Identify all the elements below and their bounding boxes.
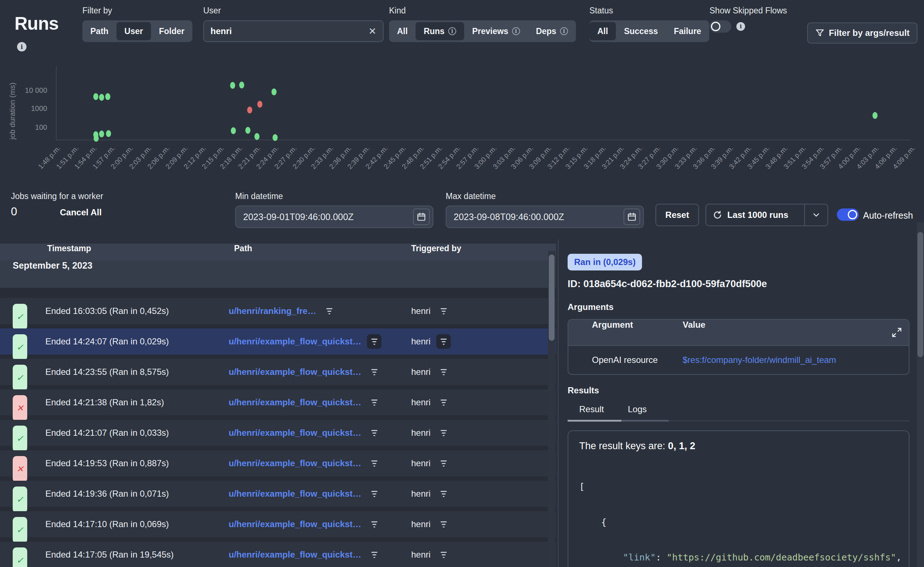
run-path-link[interactable]: u/henri/example_flow_quickst…: [229, 367, 361, 377]
run-timestamp: Ended 14:21:07 (Ran in 0,033s): [45, 420, 169, 446]
run-triggered-by: henri: [411, 550, 430, 560]
filter-by-path-icon[interactable]: [322, 304, 336, 318]
chart-x-axis-line: [56, 140, 911, 140]
arguments-table-header: Argument Value: [568, 320, 909, 346]
run-timestamp: Ended 14:19:53 (Ran in 0,887s): [45, 450, 169, 476]
chart-dot-success[interactable]: [272, 134, 278, 141]
chart-dot-success[interactable]: [271, 88, 277, 95]
chart-dot-failure[interactable]: [257, 101, 262, 108]
run-id: ID: 018a654c-d062-fbb2-d100-59fa70df500e: [567, 278, 767, 290]
filter-by-path-icon[interactable]: [367, 517, 381, 531]
run-status-icon: ✓: [13, 426, 27, 452]
run-status-icon: ✕: [13, 456, 27, 482]
run-path-link[interactable]: u/henri/example_flow_quickst…: [229, 458, 361, 468]
filter-by-path-icon[interactable]: [367, 395, 381, 410]
table-row[interactable]: ✓ Ended 14:24:07 (Ran in 0,029s) u/henri…: [0, 328, 556, 354]
column-path: Path: [234, 244, 252, 254]
expand-icon[interactable]: [891, 327, 902, 338]
column-timestamp: Timestamp: [47, 244, 91, 254]
table-row[interactable]: ✓ Ended 14:21:07 (Ran in 0,033s) u/henri…: [0, 420, 556, 446]
arguments-table: Argument Value OpenAI resource $res:f/co…: [567, 319, 909, 375]
table-row[interactable]: ✕ Ended 14:19:53 (Ran in 0,887s) u/henri…: [0, 450, 556, 476]
chart-dot-success[interactable]: [239, 82, 244, 88]
table-row[interactable]: ✓ Ended 14:23:55 (Ran in 8,575s) u/henri…: [0, 359, 556, 385]
run-triggered-by: henri: [411, 336, 430, 346]
result-viewer: The result keys are: 0, 1, 2 [ { "link":…: [567, 430, 909, 567]
run-path-link[interactable]: u/henri/example_flow_quickst…: [229, 398, 361, 408]
chart-dot-success[interactable]: [231, 127, 236, 134]
max-datetime-calendar-icon[interactable]: [623, 208, 640, 225]
table-row[interactable]: ✓ Ended 14:17:05 (Ran in 19,545s) u/henr…: [0, 542, 556, 567]
filter-by-path-icon[interactable]: [367, 486, 381, 501]
last-runs-dropdown-button[interactable]: [805, 204, 828, 225]
reset-button[interactable]: Reset: [655, 204, 699, 226]
tab-result-indicator: [567, 420, 622, 422]
run-path-link[interactable]: u/henri/example_flow_quickst…: [229, 489, 361, 499]
filter-by-user-icon[interactable]: [436, 395, 451, 410]
jobs-waiting-label: Jobs waiting for a worker: [11, 191, 103, 201]
tab-logs-indicator: [622, 420, 668, 422]
chart-dot-success[interactable]: [245, 127, 250, 134]
tab-result[interactable]: Result: [579, 404, 604, 414]
filter-by-user-icon[interactable]: [436, 517, 451, 531]
filter-by-path-icon[interactable]: [367, 548, 381, 562]
cancel-all-button[interactable]: Cancel All: [60, 207, 102, 218]
chart-dot-failure[interactable]: [247, 106, 252, 114]
chart-dot-success[interactable]: [93, 93, 98, 100]
run-status-icon: ✓: [13, 304, 27, 330]
run-path-link[interactable]: u/henri/example_flow_quickst…: [229, 428, 361, 438]
max-datetime-input[interactable]: [454, 212, 623, 222]
filter-by-user-icon[interactable]: [436, 456, 451, 471]
chart-dot-success[interactable]: [105, 93, 110, 100]
chart-dot-success[interactable]: [99, 130, 104, 137]
tab-logs[interactable]: Logs: [628, 404, 647, 414]
filter-by-path-icon[interactable]: [367, 426, 381, 440]
table-header: Timestamp Path Triggered by: [0, 244, 556, 260]
table-row[interactable]: ✓ Ended 16:03:05 (Ran in 0,452s) u/henri…: [0, 298, 556, 324]
min-datetime-input[interactable]: [243, 212, 413, 222]
refresh-icon: [713, 210, 722, 220]
run-timestamp: Ended 14:19:36 (Ran in 0,071s): [45, 481, 169, 507]
run-status-icon: ✓: [13, 517, 27, 543]
filter-by-user-icon[interactable]: [436, 304, 451, 318]
run-path-link[interactable]: u/henri/example_flow_quickst…: [229, 550, 361, 560]
chart-dot-success[interactable]: [873, 112, 877, 119]
run-detail-panel: Ran in (0,029s) ID: 018a654c-d062-fbb2-d…: [558, 239, 917, 567]
column-triggered-by: Triggered by: [411, 244, 461, 254]
run-path-link[interactable]: u/henri/example_flow_quickst…: [229, 519, 361, 529]
table-row[interactable]: ✓ Ended 14:19:36 (Ran in 0,071s) u/henri…: [0, 481, 556, 507]
min-datetime-calendar-icon[interactable]: [413, 208, 430, 225]
auto-refresh-label: Auto-refresh: [863, 210, 913, 221]
table-scrollbar-thumb[interactable]: [549, 255, 555, 341]
result-json: [ { "link": "https://github.com/deadbeef…: [579, 458, 909, 567]
chart-dot-success[interactable]: [106, 130, 111, 137]
min-datetime-group: Min datetime: [235, 191, 433, 228]
filter-by-path-icon[interactable]: [367, 456, 381, 471]
filter-by-user-icon[interactable]: [436, 365, 451, 379]
argument-value-link[interactable]: $res:f/company-folder/windmill_ai_team: [683, 355, 836, 365]
filter-by-path-icon[interactable]: [367, 334, 381, 349]
job-duration-chart: job duration (ms) 10 000 1000 100 1:48 p…: [0, 0, 924, 196]
run-path-link[interactable]: u/henri/ranking_fre…: [229, 306, 316, 316]
auto-refresh-toggle[interactable]: [837, 208, 859, 221]
filter-by-user-icon[interactable]: [436, 548, 451, 562]
run-path-link[interactable]: u/henri/example_flow_quickst…: [229, 336, 361, 346]
chart-dot-success[interactable]: [99, 94, 104, 101]
min-datetime-input-wrap: [235, 206, 433, 228]
page-scrollbar-thumb[interactable]: [918, 232, 923, 357]
filter-by-user-icon[interactable]: [436, 426, 451, 440]
chart-dot-success[interactable]: [254, 133, 259, 140]
value-column: Value: [683, 320, 706, 330]
chart-dot-success[interactable]: [230, 82, 235, 89]
filter-by-user-icon[interactable]: [436, 486, 451, 501]
result-keys-line: The result keys are: 0, 1, 2: [579, 441, 909, 452]
filter-by-path-icon[interactable]: [367, 365, 381, 379]
arguments-table-row: OpenAI resource $res:f/company-folder/wi…: [568, 346, 909, 374]
duration-badge: Ran in (0,029s): [567, 254, 642, 270]
filter-by-user-icon[interactable]: [436, 334, 451, 349]
last-runs-button[interactable]: Last 1000 runs: [706, 204, 804, 225]
table-row[interactable]: ✕ Ended 14:21:38 (Ran in 1,82s) u/henri/…: [0, 389, 556, 416]
chart-dot-success[interactable]: [93, 135, 99, 142]
table-row[interactable]: ✓ Ended 14:17:10 (Ran in 0,069s) u/henri…: [0, 511, 556, 537]
y-tick-100: 100: [18, 123, 47, 132]
